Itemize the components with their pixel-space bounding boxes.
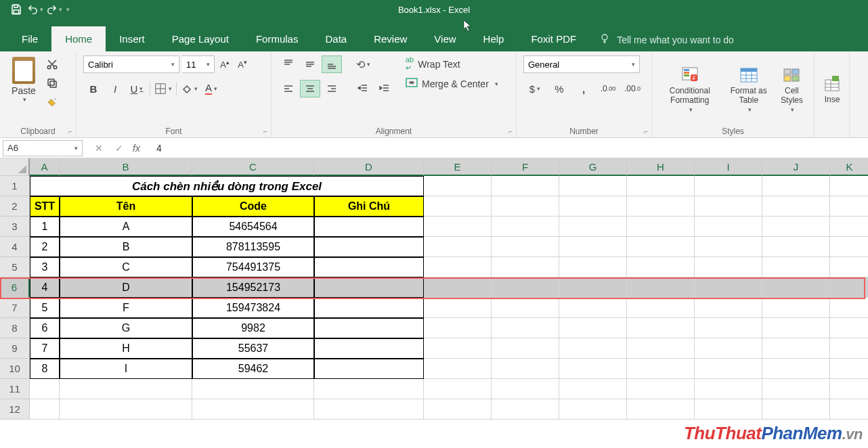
align-top-button[interactable]: [278, 55, 299, 73]
enter-formula-button[interactable]: ✓: [112, 143, 126, 154]
number-format-combo[interactable]: General▾: [523, 55, 640, 73]
cell[interactable]: [695, 379, 762, 399]
cell[interactable]: [627, 217, 695, 237]
row-header-10[interactable]: 10: [0, 359, 30, 379]
cell[interactable]: Ghi Chú: [314, 196, 424, 217]
paste-dropdown-icon[interactable]: ▾: [21, 96, 26, 103]
cell[interactable]: [492, 318, 559, 338]
cell[interactable]: F: [60, 298, 192, 318]
align-left-button[interactable]: [278, 80, 299, 97]
tab-insert[interactable]: Insert: [106, 26, 158, 51]
column-header-F[interactable]: F: [492, 158, 559, 176]
cell[interactable]: [627, 338, 695, 359]
cell[interactable]: [695, 338, 762, 359]
cell[interactable]: [314, 338, 424, 359]
cell[interactable]: [314, 217, 424, 237]
cell[interactable]: [559, 379, 627, 399]
row-header-1[interactable]: 1: [0, 176, 30, 196]
cell[interactable]: [424, 298, 492, 318]
format-painter-button[interactable]: [43, 95, 61, 110]
row-header-12[interactable]: 12: [0, 399, 30, 420]
cell[interactable]: [424, 257, 492, 277]
cell[interactable]: [627, 359, 695, 379]
cell[interactable]: [424, 196, 492, 217]
cut-button[interactable]: [43, 57, 61, 72]
cell[interactable]: [695, 196, 762, 217]
cell[interactable]: [314, 318, 424, 338]
cell[interactable]: [559, 176, 627, 196]
cell[interactable]: [627, 176, 695, 196]
align-center-button[interactable]: [300, 80, 320, 97]
cell[interactable]: 154952173: [192, 277, 314, 298]
cell[interactable]: 754491375: [192, 257, 314, 277]
font-color-button[interactable]: A▾: [201, 80, 221, 97]
cell[interactable]: 7: [30, 338, 60, 359]
orientation-button[interactable]: ⟲▾: [353, 55, 373, 73]
align-bottom-button[interactable]: [322, 55, 342, 73]
comma-format-button[interactable]: ,: [572, 80, 595, 97]
cell[interactable]: [627, 196, 695, 217]
cell[interactable]: A: [60, 217, 192, 237]
row-header-6[interactable]: 6: [0, 277, 30, 298]
column-header-I[interactable]: I: [695, 158, 762, 176]
tab-review[interactable]: Review: [360, 26, 420, 51]
cell[interactable]: 6: [30, 318, 60, 338]
clipboard-dialog-launcher[interactable]: ⌐: [68, 128, 72, 135]
column-header-K[interactable]: K: [830, 158, 868, 176]
cell[interactable]: [424, 338, 492, 359]
cell[interactable]: [314, 399, 424, 420]
cell[interactable]: [60, 379, 192, 399]
column-header-B[interactable]: B: [60, 158, 192, 176]
tab-data[interactable]: Data: [311, 26, 360, 51]
cell-grid[interactable]: Cách chèn nhiều dòng trong ExcelSTTTênCo…: [30, 176, 868, 420]
cell[interactable]: [492, 196, 559, 217]
cell-styles-button[interactable]: Cell Styles▾: [774, 54, 810, 124]
cell[interactable]: [30, 379, 60, 399]
redo-button[interactable]: ▾: [46, 2, 62, 17]
cell[interactable]: [559, 318, 627, 338]
undo-button[interactable]: ▾: [27, 2, 43, 17]
cell[interactable]: [830, 196, 868, 217]
cell[interactable]: [60, 399, 192, 420]
paste-button[interactable]: Paste: [12, 85, 36, 96]
cell[interactable]: [762, 298, 830, 318]
cell[interactable]: [424, 176, 492, 196]
cell[interactable]: STT: [30, 196, 60, 217]
cancel-formula-button[interactable]: ✕: [92, 143, 106, 154]
cell[interactable]: [627, 277, 695, 298]
cell[interactable]: 8: [30, 359, 60, 379]
increase-font-button[interactable]: A▴: [217, 59, 232, 70]
cell[interactable]: [559, 359, 627, 379]
qat-customize-icon[interactable]: ▾: [65, 6, 70, 13]
cell[interactable]: [830, 338, 868, 359]
tab-formulas[interactable]: Formulas: [242, 26, 312, 51]
cell[interactable]: D: [60, 277, 192, 298]
cell[interactable]: [627, 237, 695, 257]
cell[interactable]: [492, 217, 559, 237]
copy-button[interactable]: [43, 76, 61, 91]
cell[interactable]: [762, 196, 830, 217]
cell[interactable]: [314, 379, 424, 399]
cell[interactable]: 2: [30, 237, 60, 257]
cell[interactable]: 9982: [192, 318, 314, 338]
column-header-C[interactable]: C: [192, 158, 314, 176]
cell[interactable]: [314, 237, 424, 257]
cell[interactable]: [424, 359, 492, 379]
cell[interactable]: Cách chèn nhiều dòng trong Excel: [30, 176, 424, 196]
conditional-formatting-button[interactable]: ≠ Conditional Formatting▾: [656, 54, 724, 124]
row-header-9[interactable]: 9: [0, 338, 30, 359]
row-header-8[interactable]: 8: [0, 318, 30, 338]
row-header-5[interactable]: 5: [0, 257, 30, 277]
cell[interactable]: [695, 277, 762, 298]
cell[interactable]: [492, 257, 559, 277]
cell[interactable]: [559, 217, 627, 237]
cell[interactable]: [830, 257, 868, 277]
cell[interactable]: [762, 318, 830, 338]
cell[interactable]: [627, 257, 695, 277]
select-all-button[interactable]: [0, 158, 30, 176]
column-header-H[interactable]: H: [627, 158, 695, 176]
paste-icon[interactable]: [12, 57, 35, 84]
cell[interactable]: 4: [30, 277, 60, 298]
cell[interactable]: C: [60, 257, 192, 277]
font-size-combo[interactable]: 11▾: [182, 55, 215, 73]
